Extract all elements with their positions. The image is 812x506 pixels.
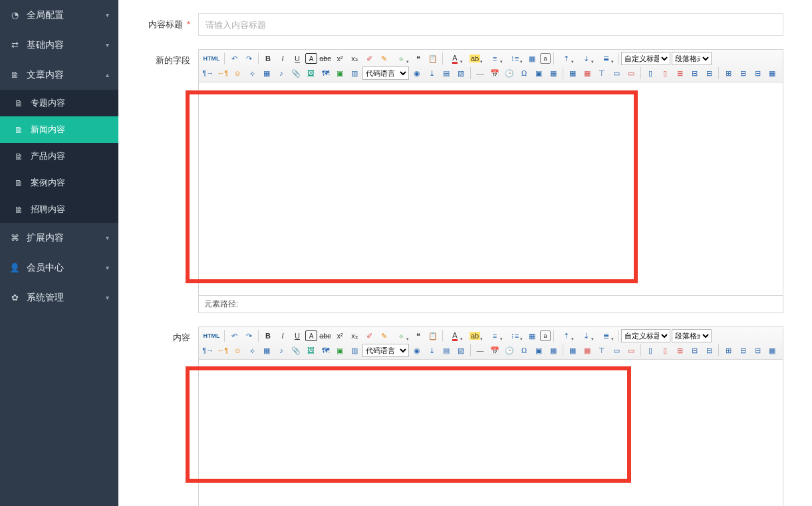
superscript-button[interactable]: x² bbox=[333, 52, 346, 65]
charts-button[interactable]: ▦ bbox=[765, 344, 779, 357]
subscript-button[interactable]: x₂ bbox=[348, 52, 361, 65]
selectall-button[interactable]: ▦ bbox=[525, 329, 539, 342]
sidebar-item-extend[interactable]: ⌘ 扩展内容 ▾ bbox=[0, 223, 118, 253]
inserttable-button[interactable]: ▦ bbox=[566, 66, 579, 80]
redo-button[interactable]: ↷ bbox=[242, 52, 255, 65]
deleterow-button[interactable]: ▭ bbox=[624, 344, 638, 357]
forecolor-button[interactable]: A bbox=[446, 52, 464, 65]
title-input[interactable] bbox=[198, 13, 783, 36]
date-button[interactable]: 📅 bbox=[488, 344, 501, 357]
time-button[interactable]: 🕒 bbox=[503, 344, 516, 357]
backcolor-button[interactable]: ab bbox=[466, 52, 484, 65]
insertcol-button[interactable]: ▯ bbox=[644, 344, 657, 357]
redo-button[interactable]: ↷ bbox=[242, 329, 255, 342]
removeformat-button[interactable]: ✐ bbox=[362, 52, 376, 65]
mergecells-button[interactable]: ⊞ bbox=[673, 344, 686, 357]
insertparagraphbefore-button[interactable]: ⊤ bbox=[595, 66, 609, 80]
attachment-button[interactable]: 📎 bbox=[289, 344, 303, 357]
insertcode-select[interactable]: 代码语言 bbox=[362, 66, 409, 80]
insertrow-button[interactable]: ▭ bbox=[610, 344, 623, 357]
blockquote-button[interactable]: ❝ bbox=[412, 329, 425, 342]
wordimage-button[interactable]: ▦ bbox=[547, 344, 560, 357]
italic-button[interactable]: I bbox=[276, 52, 289, 65]
selectall-button[interactable]: ▦ bbox=[525, 52, 539, 65]
insertunorderedlist-button[interactable]: ⫶≡ bbox=[505, 329, 524, 342]
splittocells-button[interactable]: ⊞ bbox=[722, 66, 735, 80]
spechars-button[interactable]: ⟡ bbox=[245, 66, 259, 80]
image-button[interactable]: 🖼 bbox=[304, 344, 317, 357]
lineheight-button[interactable]: ≣ bbox=[597, 52, 615, 65]
sidebar-item-member[interactable]: 👤 会员中心 ▾ bbox=[0, 253, 118, 283]
superscript-button[interactable]: x² bbox=[333, 329, 346, 342]
gmap-button[interactable]: ▣ bbox=[333, 344, 346, 357]
pagebreak-button[interactable]: ⤓ bbox=[425, 66, 438, 80]
splittocols-button[interactable]: ⊟ bbox=[751, 66, 764, 80]
splittorows-button[interactable]: ⊟ bbox=[736, 66, 749, 80]
webapp-button[interactable]: ◉ bbox=[410, 66, 424, 80]
lineheight-button[interactable]: ≣ bbox=[597, 329, 615, 342]
pasteplain-button[interactable]: 📋 bbox=[426, 52, 440, 65]
strike-button[interactable]: abc bbox=[319, 329, 332, 342]
background-button[interactable]: ▧ bbox=[454, 66, 468, 80]
underline-button[interactable]: U bbox=[291, 52, 304, 65]
bold-button[interactable]: B bbox=[261, 52, 275, 65]
insertparagraphbefore-button[interactable]: ⊤ bbox=[595, 344, 609, 357]
directionrtl-button[interactable]: ←¶ bbox=[216, 344, 229, 357]
mergecells-button[interactable]: ⊞ bbox=[673, 66, 686, 80]
forecolor-button[interactable]: A bbox=[446, 329, 464, 342]
mergeright-button[interactable]: ⊟ bbox=[688, 344, 701, 357]
cleardoc-button[interactable]: a bbox=[540, 330, 551, 341]
splittocols-button[interactable]: ⊟ bbox=[751, 344, 764, 357]
deletecol-button[interactable]: ▯ bbox=[658, 66, 672, 80]
pagebreak-button[interactable]: ⤓ bbox=[425, 344, 438, 357]
rowspacingtop-button[interactable]: ⇡ bbox=[557, 52, 575, 65]
deleterow-button[interactable]: ▭ bbox=[624, 66, 638, 80]
formatmatch-button[interactable]: ✎ bbox=[377, 329, 390, 342]
spechars2-button[interactable]: Ω bbox=[517, 344, 531, 357]
removeformat-button[interactable]: ✐ bbox=[362, 329, 376, 342]
attachment-button[interactable]: 📎 bbox=[289, 66, 303, 80]
music-button[interactable]: ♪ bbox=[275, 66, 288, 80]
emotion-button[interactable]: ☺ bbox=[231, 344, 244, 357]
insertorderedlist-button[interactable]: ≡ bbox=[485, 52, 504, 65]
splittorows-button[interactable]: ⊟ bbox=[736, 344, 749, 357]
charts-button[interactable]: ▦ bbox=[765, 66, 779, 80]
spechars-button[interactable]: ⟡ bbox=[245, 344, 259, 357]
insertframe-button[interactable]: ▥ bbox=[348, 66, 361, 80]
sidebar-item-article[interactable]: 🗎 文章内容 ▴ bbox=[0, 60, 118, 90]
autotypeset-button[interactable]: ⟐ bbox=[392, 52, 410, 65]
insertcol-button[interactable]: ▯ bbox=[644, 66, 657, 80]
subscript-button[interactable]: x₂ bbox=[348, 329, 361, 342]
strike-button[interactable]: abc bbox=[319, 52, 332, 65]
underline-button[interactable]: U bbox=[291, 329, 304, 342]
paragraph-select[interactable]: 段落格式 bbox=[672, 329, 712, 342]
sidebar-item-recruit[interactable]: 🗎 招聘内容 bbox=[0, 196, 118, 223]
fontborder-button[interactable]: A bbox=[305, 330, 317, 341]
rowspacingbottom-button[interactable]: ⇣ bbox=[577, 52, 595, 65]
editor-canvas[interactable] bbox=[199, 360, 783, 506]
formatmatch-button[interactable]: ✎ bbox=[377, 52, 390, 65]
sidebar-item-basic[interactable]: ⇄ 基础内容 ▾ bbox=[0, 30, 118, 60]
insertunorderedlist-button[interactable]: ⫶≡ bbox=[505, 52, 524, 65]
map-button[interactable]: 🗺 bbox=[319, 344, 332, 357]
insertrow-button[interactable]: ▭ bbox=[610, 66, 623, 80]
blockquote-button[interactable]: ❝ bbox=[412, 52, 425, 65]
snapscreen-button[interactable]: ▣ bbox=[532, 344, 545, 357]
directionltr-button[interactable]: ¶→ bbox=[202, 344, 215, 357]
music-button[interactable]: ♪ bbox=[275, 344, 288, 357]
mergedown-button[interactable]: ⊟ bbox=[702, 344, 716, 357]
sidebar-item-system[interactable]: ✿ 系统管理 ▾ bbox=[0, 283, 118, 313]
italic-button[interactable]: I bbox=[276, 329, 289, 342]
paragraph-select[interactable]: 段落格式 bbox=[672, 52, 712, 65]
cleardoc-button[interactable]: a bbox=[540, 53, 551, 64]
snapscreen-button[interactable]: ▣ bbox=[532, 66, 545, 80]
video-button[interactable]: ▦ bbox=[260, 344, 273, 357]
html-source-button[interactable]: HTML bbox=[202, 329, 221, 342]
video-button[interactable]: ▦ bbox=[260, 66, 273, 80]
map-button[interactable]: 🗺 bbox=[319, 66, 332, 80]
insertcode-select[interactable]: 代码语言 bbox=[362, 344, 409, 357]
rowspacingbottom-button[interactable]: ⇣ bbox=[577, 329, 595, 342]
deletetable-button[interactable]: ▦ bbox=[581, 66, 594, 80]
sidebar-item-case[interactable]: 🗎 案例内容 bbox=[0, 170, 118, 196]
fontborder-button[interactable]: A bbox=[305, 53, 317, 64]
